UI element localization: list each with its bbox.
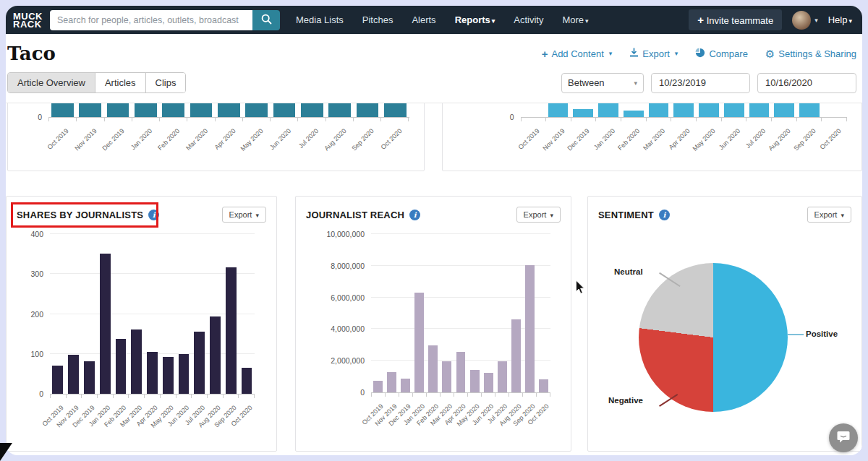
card-export-button[interactable]: Export ▾ — [516, 207, 561, 223]
plus-icon: + — [697, 14, 704, 26]
bar[interactable] — [673, 103, 694, 117]
bar[interactable] — [163, 357, 174, 394]
invite-teammate-button[interactable]: + Invite teammate — [689, 9, 782, 30]
bar[interactable] — [328, 103, 351, 117]
chevron-down-icon: ▾ — [550, 212, 553, 219]
nav-item-pitches[interactable]: Pitches — [362, 14, 393, 25]
download-icon — [629, 48, 639, 59]
start-date-field[interactable] — [651, 73, 750, 93]
settings-sharing-button[interactable]: ⚙ Settings & Sharing — [765, 48, 856, 59]
nav-item-media-lists[interactable]: Media Lists — [296, 14, 344, 25]
x-axis-tick-label: Jan 2020 — [129, 127, 153, 151]
add-content-button[interactable]: + Add Content ▾ — [542, 48, 613, 60]
bar[interactable] — [135, 103, 157, 117]
bar[interactable] — [724, 103, 744, 117]
nav-item-alerts[interactable]: Alerts — [412, 14, 435, 25]
bar[interactable] — [774, 103, 794, 117]
bar[interactable] — [179, 354, 190, 394]
tab-article-overview[interactable]: Article Overview — [8, 73, 95, 92]
bar[interactable] — [598, 103, 618, 117]
bar[interactable] — [511, 319, 521, 392]
bar[interactable] — [116, 339, 127, 394]
x-axis-tick-label: Nov 2019 — [73, 127, 98, 152]
bar[interactable] — [357, 103, 379, 117]
bar[interactable] — [799, 103, 820, 117]
bar[interactable] — [131, 329, 142, 394]
chevron-down-icon: ▾ — [585, 17, 589, 25]
bar[interactable] — [273, 103, 296, 117]
screen-corner-artifact — [0, 443, 12, 461]
tab-articles[interactable]: Articles — [95, 73, 146, 92]
search-input[interactable] — [50, 10, 252, 30]
tab-clips[interactable]: Clips — [146, 73, 186, 92]
report-tabs: Article Overview Articles Clips — [7, 72, 186, 93]
bar[interactable] — [548, 103, 569, 117]
export-button[interactable]: Export ▾ — [629, 48, 678, 59]
x-axis-tick-label: Oct 2019 — [517, 127, 541, 151]
bar[interactable] — [52, 366, 63, 394]
bar[interactable] — [484, 373, 493, 392]
compare-button[interactable]: Compare — [695, 48, 747, 60]
bar[interactable] — [194, 332, 205, 394]
y-axis-tick-label: 400 — [30, 230, 43, 238]
bar[interactable] — [384, 103, 407, 117]
bar[interactable] — [245, 103, 268, 117]
x-axis-tick-label: Sep 2020 — [351, 127, 375, 152]
nav-item-reports[interactable]: Reports▾ — [455, 14, 495, 25]
search-button[interactable] — [252, 10, 280, 30]
bar[interactable] — [190, 103, 213, 117]
bar[interactable] — [51, 103, 74, 117]
bar[interactable] — [226, 267, 237, 394]
date-operator-select[interactable]: Between ▾ — [561, 73, 644, 93]
muckrack-logo[interactable]: MUCK RACK — [13, 12, 43, 28]
bar[interactable] — [84, 361, 95, 394]
bar[interactable] — [749, 103, 770, 117]
header-actions: + Add Content ▾ Export ▾ Compare — [542, 48, 856, 60]
bar[interactable] — [373, 381, 383, 392]
bar[interactable] — [401, 379, 410, 392]
info-icon[interactable]: i — [409, 210, 420, 220]
bar[interactable] — [100, 254, 111, 394]
reach-bar-chart: 02,000,0004,000,0006,000,0008,000,00010,… — [371, 234, 550, 441]
logo-line-2: RACK — [13, 20, 43, 28]
chat-widget-button[interactable] — [829, 423, 858, 452]
bar[interactable] — [68, 355, 79, 394]
bar[interactable] — [162, 103, 184, 117]
bar[interactable] — [242, 368, 252, 394]
bar[interactable] — [147, 352, 158, 394]
info-icon[interactable]: i — [659, 210, 670, 220]
pie[interactable] — [639, 263, 788, 412]
help-menu[interactable]: Help▾ — [828, 14, 852, 25]
top-navbar: MUCK RACK Media Lists Pitches Alerts Rep… — [6, 6, 862, 34]
bar[interactable] — [428, 345, 438, 392]
bar[interactable] — [456, 352, 466, 392]
card-export-button[interactable]: Export ▾ — [807, 207, 851, 223]
x-axis-tick-label: Jul 2020 — [297, 127, 320, 150]
bar[interactable] — [387, 372, 396, 392]
y-axis-tick-label: 6,000,000 — [331, 293, 365, 302]
bar[interactable] — [442, 361, 451, 392]
bar[interactable] — [539, 379, 548, 392]
info-icon[interactable]: i — [148, 210, 159, 220]
bar[interactable] — [470, 370, 480, 392]
nav-item-more[interactable]: More▾ — [562, 14, 588, 25]
nav-item-activity[interactable]: Activity — [514, 14, 543, 25]
bar[interactable] — [301, 103, 323, 117]
user-menu[interactable]: ▾ — [792, 11, 818, 30]
chart-row-bottom: SHARES BY JOURNALISTS i Export ▾ 0100200… — [6, 196, 862, 452]
x-axis-tick-label: Mar 2020 — [642, 127, 666, 152]
bar[interactable] — [218, 103, 240, 117]
bar[interactable] — [624, 111, 644, 117]
bar[interactable] — [79, 103, 101, 117]
bar[interactable] — [107, 103, 129, 117]
end-date-field[interactable] — [757, 73, 856, 93]
bar[interactable] — [414, 293, 424, 392]
bar[interactable] — [525, 265, 535, 392]
card-export-button[interactable]: Export ▾ — [222, 207, 266, 223]
bar[interactable] — [573, 109, 593, 117]
bar[interactable] — [210, 316, 221, 394]
bar[interactable] — [649, 103, 669, 117]
bar[interactable] — [498, 361, 507, 392]
bar[interactable] — [699, 103, 719, 117]
x-axis-tick-label: Mar 2020 — [184, 127, 209, 152]
